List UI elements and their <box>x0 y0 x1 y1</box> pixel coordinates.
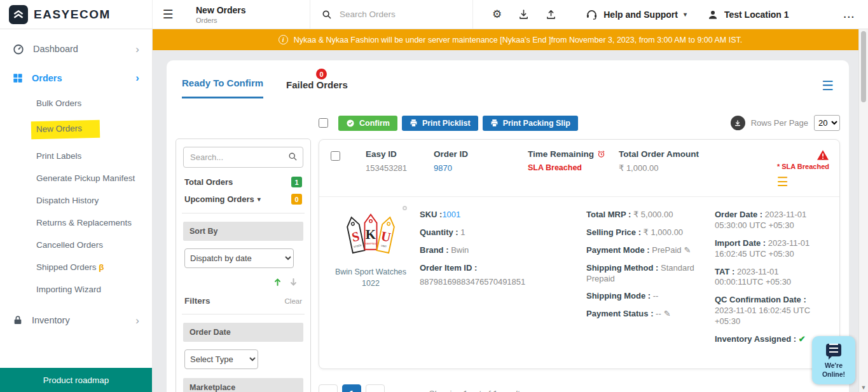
order-card: Easy ID 153453281 Order ID 9870 Time Re <box>319 139 840 369</box>
order-id-value[interactable]: 9870 <box>434 163 528 173</box>
tab-failed-orders[interactable]: 0 Failed Orders <box>286 79 348 98</box>
sort-descending-icon[interactable] <box>289 277 298 287</box>
help-label: Help and Support <box>603 10 678 20</box>
sidebar-item-bulk-orders[interactable]: Bulk Orders <box>0 92 152 114</box>
quantity-row: Quantity : 1 <box>420 227 579 238</box>
import-date-row: Import Date : 2023-11-01 16:02:45 UTC +0… <box>715 238 829 260</box>
lock-icon <box>13 314 23 326</box>
filter-search-input[interactable] <box>183 147 303 168</box>
page-1-button[interactable]: 1 <box>342 384 361 392</box>
maintenance-banner: i Nykaa & Nykaa Fashion will be under se… <box>153 29 868 50</box>
upload-icon[interactable] <box>546 9 556 20</box>
sidebar-item-importing-wizard[interactable]: Importing Wizard <box>0 278 152 301</box>
easyecom-logo[interactable]: EASYECOM <box>0 0 153 29</box>
page-title: New Orders <box>196 5 310 15</box>
sidebar-item-inventory[interactable]: Inventory › <box>0 306 152 335</box>
select-all-checkbox[interactable] <box>319 118 328 128</box>
sla-breached-note: * SLA Breached <box>777 163 829 170</box>
clear-filters-link[interactable]: Clear <box>285 297 302 305</box>
shipping-mode-row: Shipping Mode : -- <box>586 291 707 302</box>
banner-text: Nykaa & Nykaa Fashion will be under serv… <box>294 36 743 44</box>
order-date-row: Order Date : 2023-11-01 05:30:00 UTC +05… <box>715 210 829 231</box>
settings-gear-icon[interactable]: ⚙ <box>492 8 502 21</box>
panel-menu-icon[interactable]: ☰ <box>822 78 834 98</box>
order-item-id-row: Order Item ID :88798169883476570491851 <box>420 263 579 288</box>
printer-icon <box>490 119 499 127</box>
sort-by-header: Sort By <box>183 222 303 241</box>
logo-text: EASYECOM <box>34 8 111 22</box>
sidebar-item-print-labels[interactable]: Print Labels <box>0 145 152 167</box>
page-subtitle: Orders <box>196 17 310 24</box>
orders-panel: Ready To Confirm 0 Failed Orders ☰ <box>167 60 849 392</box>
scrollbar-down-arrow[interactable]: ▼ <box>859 384 868 391</box>
total-mrp-row: Total MRP : ₹ 5,000.00 <box>586 210 707 220</box>
product-name[interactable]: Bwin Sport Watches 1022 <box>329 266 412 289</box>
page-scrollbar[interactable]: ▼ <box>858 29 868 392</box>
sort-ascending-icon[interactable] <box>273 277 282 287</box>
sidebar-item-dispatch-history[interactable]: Dispatch History <box>0 189 152 212</box>
page-title-group: New Orders Orders <box>183 0 310 29</box>
filters-label: Filters <box>184 296 210 306</box>
order-id-label: Order ID <box>434 149 528 159</box>
sidebar-item-returns-replacements[interactable]: Returns & Replacements <box>0 212 152 234</box>
brand-row: Brand : Bwin <box>420 245 579 256</box>
sla-status: SLA Breached <box>528 163 619 172</box>
total-order-amount-label: Total Order Amount <box>619 149 740 159</box>
sidebar-item-generate-pickup-manifest[interactable]: Generate Pickup Manifest <box>0 167 152 189</box>
order-body: S STOCK K KEEPING <box>319 197 839 368</box>
sidebar-item-new-orders[interactable]: New Orders <box>0 114 152 145</box>
filter-panel: Total Orders 1 Upcoming Orders ▾ 0 Sort … <box>176 139 311 392</box>
edit-payment-status-icon[interactable]: ✎ <box>664 309 671 318</box>
sidebar: Dashboard › Orders › Bulk Orders New Ord… <box>0 29 153 392</box>
sidebar-item-dashboard[interactable]: Dashboard › <box>0 34 152 64</box>
sidebar-item-shipped-orders[interactable]: Shipped Orders β <box>0 256 152 278</box>
topbar-actions: ⚙ <box>473 8 575 21</box>
payment-status-row: Payment Status : --✎ <box>586 309 707 320</box>
failed-orders-badge: 0 <box>316 69 327 79</box>
sidebar-item-cancelled-orders[interactable]: Cancelled Orders <box>0 234 152 256</box>
rows-per-page-label: Rows Per Page <box>751 118 808 128</box>
sidebar-toggle-icon[interactable]: ☰ <box>153 7 183 22</box>
confirm-button[interactable]: Confirm <box>338 116 397 131</box>
new-orders-highlight: New Orders <box>31 120 100 139</box>
prev-page-button[interactable]: ‹ <box>319 384 338 392</box>
print-picklist-button[interactable]: Print Picklist <box>402 116 478 131</box>
edit-payment-mode-icon[interactable]: ✎ <box>684 245 691 255</box>
account-label: Test Location 1 <box>724 10 789 20</box>
pagination: ‹ 1 › Showing 1 out of 1 results <box>319 384 840 392</box>
download-icon[interactable] <box>518 9 529 20</box>
tab-ready-to-confirm[interactable]: Ready To Confirm <box>182 78 263 98</box>
sort-select[interactable]: Dispatch by date <box>184 248 294 268</box>
print-packing-slip-button[interactable]: Print Packing Slip <box>483 116 578 131</box>
help-and-support-menu[interactable]: Help and Support ▾ <box>575 8 697 20</box>
export-icon[interactable] <box>731 116 745 130</box>
next-page-button[interactable]: › <box>366 384 385 392</box>
product-roadmap-button[interactable]: Product roadmap <box>0 368 152 392</box>
more-icon[interactable]: ... <box>843 9 868 20</box>
chevron-right-icon: › <box>135 72 139 83</box>
orders-toolbar: Confirm Print Picklist Print Packing Sli… <box>319 115 840 131</box>
upcoming-orders-row[interactable]: Upcoming Orders ▾ 0 <box>184 194 302 205</box>
order-menu-icon[interactable]: ☰ <box>777 174 789 189</box>
tab-bar: Ready To Confirm 0 Failed Orders ☰ <box>176 60 840 98</box>
chat-widget[interactable]: We're Online! <box>812 336 855 384</box>
sidebar-item-orders[interactable]: Orders › <box>0 64 152 92</box>
shipping-method-row: Shipping Method : Standard Prepaid <box>586 263 707 285</box>
order-date-type-select[interactable]: Select Type <box>184 349 258 369</box>
rows-per-page-select[interactable]: 20 <box>814 115 840 131</box>
order-select-checkbox[interactable] <box>331 151 340 161</box>
image-zoom-dot <box>403 206 407 210</box>
order-header: Easy ID 153453281 Order ID 9870 Time Re <box>319 140 839 197</box>
chat-bubble-icon <box>826 344 841 356</box>
account-menu[interactable]: Test Location 1 <box>697 9 799 20</box>
product-image-sku-logo[interactable]: S STOCK K KEEPING <box>340 210 401 259</box>
upcoming-orders-count: 0 <box>291 194 302 205</box>
alarm-clock-icon <box>597 150 605 158</box>
easy-id-value: 153453281 <box>366 163 434 173</box>
scrollbar-thumb[interactable] <box>861 31 866 102</box>
check-circle-icon <box>346 119 355 128</box>
sku-link[interactable]: 1001 <box>442 210 460 219</box>
tat-row: TAT : 2023-11-01 00:00:11UTC +05:30 <box>715 267 829 288</box>
search-icon <box>322 10 332 20</box>
orders-search-input[interactable] <box>340 10 441 19</box>
